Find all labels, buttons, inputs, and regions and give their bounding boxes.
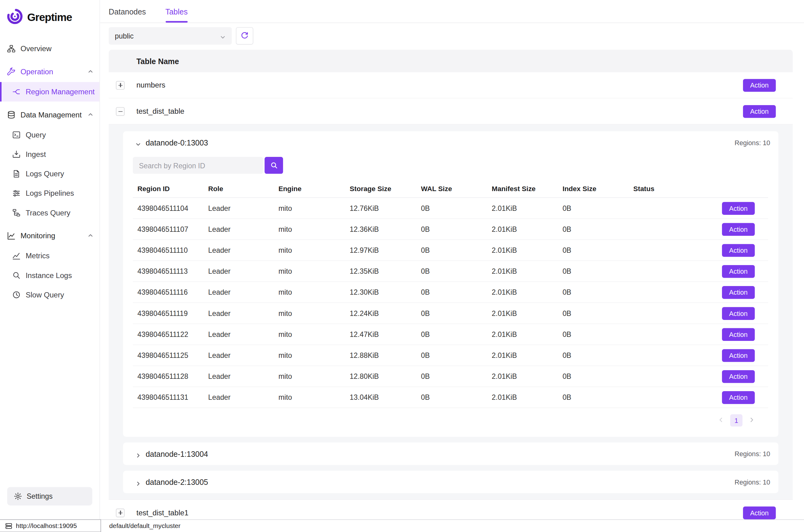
region-cell-role: Leader [208,351,279,359]
sidebar-item-label: Logs Query [25,170,64,178]
expand-icon[interactable] [116,508,125,517]
region-cell-role: Leader [208,246,279,254]
tab-label: Datanodes [109,7,146,15]
region-action-button[interactable]: Action [722,223,755,236]
region-cell-index-size: 0B [562,288,633,297]
sidebar-item-region-management[interactable]: Region Management [0,82,100,101]
region-cell-role: Leader [208,330,279,338]
region-action-button[interactable]: Action [722,244,755,257]
region-row: 4398046511104 Leader mito 12.76KiB 0B 2.… [133,198,768,219]
tab-bar: Datanodes Tables [100,0,804,23]
region-cell-role: Leader [208,372,279,381]
region-cell-storage-size: 12.76KiB [350,204,421,212]
region-cell-storage-size: 13.04KiB [350,393,421,402]
expand-icon[interactable] [116,81,125,89]
column-header: Status [633,185,695,193]
settings-button[interactable]: Settings [7,487,92,506]
chart-icon [7,232,15,240]
sidebar-item-ingest[interactable]: Ingest [0,145,100,164]
datanode-panel-header[interactable]: datanode-0:13003 Regions: 10 [123,131,779,154]
region-cell-manifest-size: 2.01KiB [492,351,562,359]
sidebar-item-label: Instance Logs [25,271,72,280]
datanode-panel-header[interactable]: datanode-1:13004 Regions: 10 [123,442,779,465]
sidebar-item-label: Logs Pipelines [25,189,74,197]
chevron-up-icon [88,111,93,119]
collapse-icon[interactable] [116,107,125,116]
region-action-button[interactable]: Action [722,307,755,320]
settings-label: Settings [26,492,52,500]
datanode-panel-header[interactable]: datanode-2:13005 Regions: 10 [123,471,779,493]
sidebar-item-metrics[interactable]: Metrics [0,246,100,265]
search-icon [270,162,278,169]
region-cell-engine: mito [279,309,350,318]
sidebar-item-label: Metrics [25,252,50,260]
sidebar-item-query[interactable]: Query [0,125,100,145]
pagination-page-current[interactable]: 1 [730,414,743,426]
region-cell-index-size: 0B [562,393,633,402]
database-icon [7,111,15,119]
region-action-button[interactable]: Action [722,328,755,341]
sidebar-item-label: Traces Query [25,209,70,217]
endpoint-indicator[interactable]: http://localhost:19095 [0,519,101,532]
action-button[interactable]: Action [743,507,776,519]
region-row: 4398046511128 Leader mito 12.80KiB 0B 2.… [133,366,768,387]
column-header: Engine [279,185,350,193]
table-name: test_dist_table1 [136,509,188,517]
sidebar-item-label: Overview [21,45,52,53]
sidebar-item-data-management[interactable]: Data Management [0,104,100,125]
document-icon [12,170,21,178]
region-action-button[interactable]: Action [722,391,755,404]
pipeline-icon [12,189,21,197]
tab-tables[interactable]: Tables [166,0,188,22]
region-row: 4398046511107 Leader mito 12.36KiB 0B 2.… [133,219,768,240]
metrics-icon [12,252,21,260]
region-cell-storage-size: 12.47KiB [350,330,421,338]
action-button[interactable]: Action [743,105,776,118]
region-cell-manifest-size: 2.01KiB [492,372,562,381]
search-icon [12,271,21,280]
region-cell-region-id: 4398046511122 [137,330,208,338]
region-cell-region-id: 4398046511119 [137,309,208,318]
region-cell-engine: mito [279,204,350,212]
sidebar-item-label: Slow Query [25,291,64,299]
region-cell-role: Leader [208,393,279,402]
action-button[interactable]: Action [743,79,776,92]
brand-name: Greptime [27,12,72,24]
table-name: test_dist_table [136,107,184,116]
pagination-prev-icon[interactable] [718,416,724,425]
region-search-input[interactable] [133,157,263,174]
pagination-next-icon[interactable] [748,416,755,425]
region-cell-wal-size: 0B [421,330,492,338]
region-action-button[interactable]: Action [722,370,755,383]
refresh-button[interactable] [236,27,253,45]
region-cell-role: Leader [208,288,279,297]
region-search-button[interactable] [265,157,283,174]
tables-page: public Table Name numbers Action [100,23,804,519]
region-action-button[interactable]: Action [722,265,755,278]
sidebar-item-logs-query[interactable]: Logs Query [0,164,100,184]
datanode-2-panel: datanode-2:13005 Regions: 10 [123,471,779,493]
sidebar-item-traces-query[interactable]: Traces Query [0,203,100,223]
region-cell-manifest-size: 2.01KiB [492,267,562,276]
sidebar-item-logs-pipelines[interactable]: Logs Pipelines [0,184,100,203]
sidebar-item-slow-query[interactable]: Slow Query [0,285,100,305]
region-cell-role: Leader [208,309,279,318]
region-cell-storage-size: 12.97KiB [350,246,421,254]
region-cell-storage-size: 12.36KiB [350,225,421,233]
region-action-button[interactable]: Action [722,286,755,299]
region-row: 4398046511131 Leader mito 13.04KiB 0B 2.… [133,387,768,408]
sidebar-item-monitoring[interactable]: Monitoring [0,226,100,246]
region-action-button[interactable]: Action [722,349,755,362]
sidebar-item-operation[interactable]: Operation [0,62,100,82]
sidebar-item-instance-logs[interactable]: Instance Logs [0,266,100,285]
schema-select[interactable]: public [109,27,232,45]
chevron-right-icon [135,451,141,456]
region-cell-engine: mito [279,267,350,276]
region-cell-wal-size: 0B [421,225,492,233]
tab-datanodes[interactable]: Datanodes [109,0,146,22]
datanode-name: datanode-0:13003 [146,138,208,147]
endpoint-url: http://localhost:19095 [16,522,77,529]
sidebar-item-overview[interactable]: Overview [0,39,100,58]
column-header: Role [208,185,279,193]
region-action-button[interactable]: Action [722,202,755,215]
